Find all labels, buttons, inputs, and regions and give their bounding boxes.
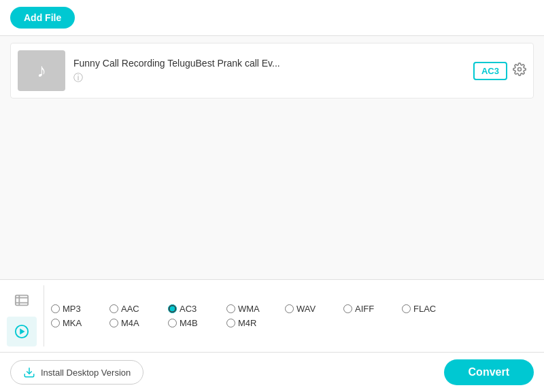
format-radio-wma[interactable] <box>226 304 235 313</box>
format-label-aiff: AIFF <box>355 304 374 314</box>
file-thumbnail: ♪ <box>18 50 65 91</box>
file-info: Funny Call Recording TeluguBest Prank ca… <box>73 58 465 84</box>
format-radio-ac3[interactable] <box>168 304 177 313</box>
format-label-mka: MKA <box>63 318 82 328</box>
format-row-2: MKA M4A M4B M4R <box>51 318 449 328</box>
music-note-icon: ♪ <box>37 60 46 82</box>
install-label: Install Desktop Version <box>41 368 131 378</box>
format-option-m4b[interactable]: M4B <box>168 318 216 328</box>
format-badge[interactable]: AC3 <box>473 62 507 80</box>
format-option-mka[interactable]: MKA <box>51 318 99 328</box>
main-content: ♪ Funny Call Recording TeluguBest Prank … <box>0 36 544 279</box>
format-option-m4r[interactable]: M4R <box>226 318 274 328</box>
format-label-wma: WMA <box>238 304 260 314</box>
format-label-m4r: M4R <box>238 318 256 328</box>
format-option-wma[interactable]: WMA <box>226 304 274 314</box>
format-radio-aac[interactable] <box>109 304 118 313</box>
format-label-m4a: M4A <box>121 318 139 328</box>
add-file-button[interactable]: Add File <box>10 7 75 29</box>
footer-bar: Install Desktop Version Convert <box>0 353 544 392</box>
format-radio-flac[interactable] <box>402 304 411 313</box>
format-label-ac3: AC3 <box>180 304 197 314</box>
format-radio-m4a[interactable] <box>109 319 118 327</box>
svg-point-0 <box>518 67 522 71</box>
format-option-aac[interactable]: AAC <box>109 304 157 314</box>
toolbar: Add File <box>0 0 544 36</box>
format-radio-m4r[interactable] <box>226 319 235 327</box>
file-item: ♪ Funny Call Recording TeluguBest Prank … <box>10 43 534 99</box>
format-radio-aiff[interactable] <box>343 304 352 313</box>
info-icon[interactable]: ⓘ <box>73 72 83 83</box>
format-label-mp3: MP3 <box>63 304 81 314</box>
format-option-mp3[interactable]: MP3 <box>51 304 99 314</box>
convert-button[interactable]: Convert <box>444 359 534 385</box>
format-row-1: MP3 AAC AC3 WMA WAV <box>51 304 449 314</box>
format-option-flac[interactable]: FLAC <box>402 304 449 314</box>
format-label-wav: WAV <box>296 304 316 314</box>
tab-icons <box>7 285 44 346</box>
video-tab-button[interactable] <box>7 285 37 315</box>
file-actions: AC3 <box>473 62 526 80</box>
install-desktop-button[interactable]: Install Desktop Version <box>10 360 143 385</box>
format-label-flac: FLAC <box>413 304 436 314</box>
format-section: MP3 AAC AC3 WMA WAV <box>0 280 544 353</box>
format-label-m4b: M4B <box>180 318 198 328</box>
settings-button[interactable] <box>513 63 526 79</box>
format-option-m4a[interactable]: M4A <box>109 318 157 328</box>
format-radio-mp3[interactable] <box>51 304 60 313</box>
format-label-aac: AAC <box>121 304 139 314</box>
bottom-panel: MP3 AAC AC3 WMA WAV <box>0 279 544 392</box>
format-option-wav[interactable]: WAV <box>285 304 333 314</box>
svg-rect-1 <box>16 296 28 306</box>
file-name: Funny Call Recording TeluguBest Prank ca… <box>73 58 465 69</box>
format-radio-m4b[interactable] <box>168 319 177 327</box>
format-grid: MP3 AAC AC3 WMA WAV <box>51 301 449 331</box>
format-radio-wav[interactable] <box>285 304 294 313</box>
audio-tab-button[interactable] <box>7 317 37 346</box>
format-option-aiff[interactable]: AIFF <box>343 304 391 314</box>
format-radio-mka[interactable] <box>51 319 60 327</box>
format-option-ac3[interactable]: AC3 <box>168 304 216 314</box>
download-icon <box>23 366 35 378</box>
